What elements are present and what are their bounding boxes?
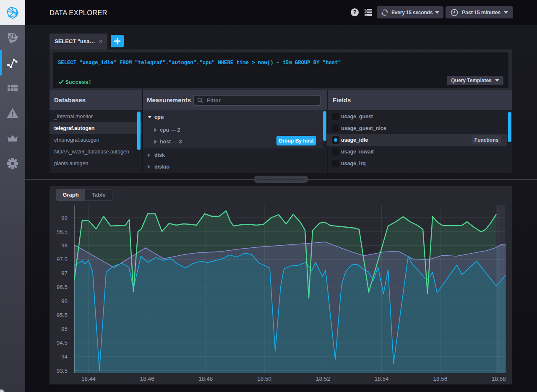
svg-text:95: 95 [61,326,68,332]
svg-text:94.5: 94.5 [57,340,68,346]
svg-text:18:52: 18:52 [316,376,330,382]
svg-text:96.5: 96.5 [57,284,68,290]
svg-text:18:44: 18:44 [81,376,96,382]
svg-text:98: 98 [61,242,68,249]
svg-text:18:54: 18:54 [375,376,389,382]
svg-text:99: 99 [61,215,68,221]
svg-text:18:50: 18:50 [257,376,271,382]
svg-text:18:56: 18:56 [433,376,447,382]
svg-text:97.5: 97.5 [57,256,68,262]
svg-text:97: 97 [61,270,68,276]
svg-text:18:46: 18:46 [140,376,154,382]
svg-text:18:58: 18:58 [492,376,506,382]
svg-text:94: 94 [61,353,68,360]
svg-text:18:48: 18:48 [199,376,213,382]
svg-text:96: 96 [61,298,68,304]
svg-text:95.5: 95.5 [57,312,68,318]
svg-text:93.5: 93.5 [57,368,68,374]
svg-text:98.5: 98.5 [57,228,68,235]
